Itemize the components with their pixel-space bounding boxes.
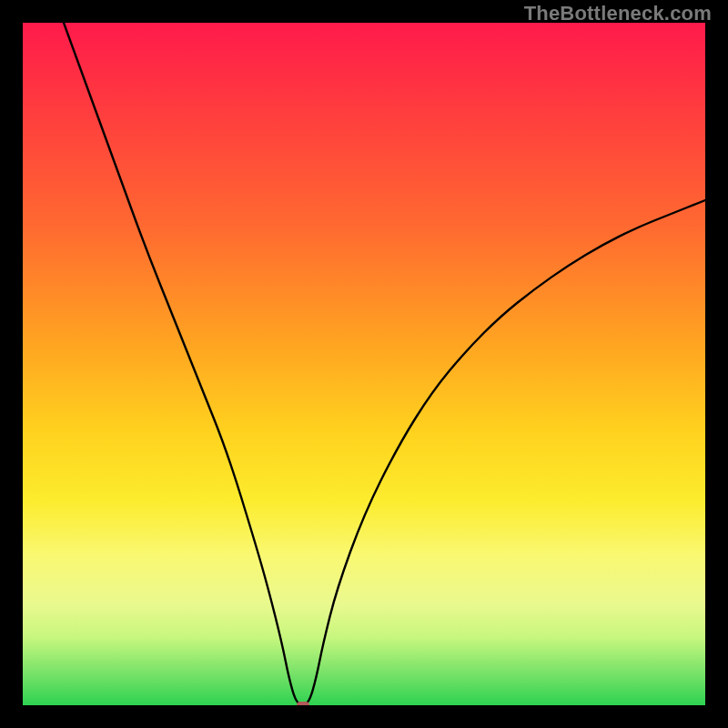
chart-frame: TheBottleneck.com: [0, 0, 728, 728]
watermark-text: TheBottleneck.com: [524, 2, 712, 25]
bottleneck-curve: [23, 23, 705, 705]
plot-area: [23, 23, 705, 705]
minimum-marker: [297, 702, 309, 705]
